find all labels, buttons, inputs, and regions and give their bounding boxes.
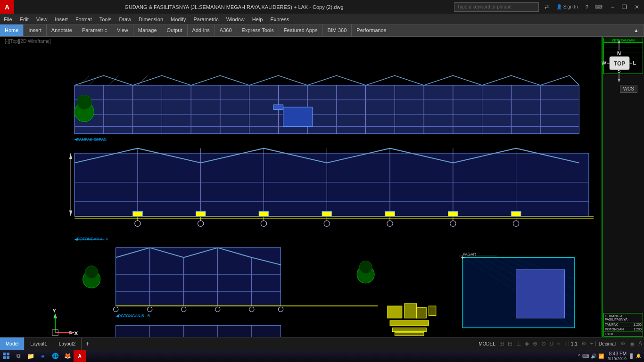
menu-parametric[interactable]: Parametric	[190, 14, 222, 24]
status-plus-icon[interactable]: +	[588, 340, 595, 347]
taskbar-autocad[interactable]: A	[74, 350, 86, 362]
user-icon: 👤	[556, 4, 562, 9]
title-search-box[interactable]: Type a keyword or phrase	[454, 2, 539, 12]
menu-insert[interactable]: Insert	[51, 14, 72, 24]
keyboard-icon[interactable]: ⌨	[593, 4, 604, 10]
clock-display[interactable]: 8:43 PM 9/19/2019	[606, 351, 628, 361]
status-dyn-icon[interactable]: D	[548, 341, 555, 346]
svg-rect-45	[74, 153, 589, 216]
menu-help[interactable]: Help	[248, 14, 267, 24]
status-snap-icon[interactable]: ⊞	[497, 340, 506, 347]
menu-view[interactable]: View	[33, 14, 51, 24]
tab-layout2[interactable]: Layout2	[53, 337, 82, 350]
title-block-name: GUDANG & FASILITASNYA	[604, 313, 643, 322]
add-layout-button[interactable]: +	[82, 337, 93, 350]
tab-parametric[interactable]: Parametric	[77, 25, 112, 36]
notification-bell[interactable]: 🔔	[636, 354, 641, 358]
status-ortho-icon[interactable]: ⊥	[514, 340, 523, 347]
status-lw-icon[interactable]: ≡	[555, 341, 562, 346]
exchange-icon[interactable]: ⇄	[543, 4, 551, 10]
tab-view[interactable]: View	[112, 25, 133, 36]
tab-manage[interactable]: Manage	[133, 25, 162, 36]
tab-annotate[interactable]: Annotate	[47, 25, 77, 36]
tab-a360[interactable]: A360	[215, 25, 237, 36]
tray-show-hidden[interactable]: ^	[578, 354, 580, 359]
menu-window[interactable]: Window	[223, 14, 248, 24]
tab-layout1[interactable]: Layout1	[25, 337, 53, 350]
svg-text:POTONGAN A - A: POTONGAN A - A	[77, 237, 108, 241]
svg-rect-58	[322, 211, 332, 216]
tab-add-ins[interactable]: Add-ins	[188, 25, 215, 36]
svg-rect-59	[385, 211, 395, 216]
tab-performance[interactable]: Performance	[352, 25, 391, 36]
tab-model[interactable]: Model	[0, 337, 25, 350]
svg-rect-120	[392, 328, 426, 331]
tab-insert[interactable]: Insert	[24, 25, 47, 36]
menu-dimension[interactable]: Dimension	[135, 14, 167, 24]
menu-modify[interactable]: Modify	[167, 14, 190, 24]
taskbar-chrome[interactable]: 🌐	[49, 350, 61, 362]
cad-drawing[interactable]: TAMPAK DEPAN	[0, 37, 644, 337]
tray-keyboard[interactable]: ⌨	[582, 354, 589, 359]
svg-rect-40	[273, 105, 283, 109]
minimize-button[interactable]: −	[608, 3, 617, 11]
tab-bim360[interactable]: BIM 360	[322, 25, 352, 36]
svg-rect-142	[3, 356, 6, 359]
status-trans-icon[interactable]: T	[562, 341, 569, 346]
title-block-box: GUDANG & FASILITASNYA TAMPAK 1:200 POTON…	[603, 313, 643, 337]
status-icons: MODEL ⊞ ⊟ ⊥ ◈ ⊕ ⊙ D ≡ T 1:1 ⚙ + Decimal …	[477, 337, 644, 350]
status-model-label[interactable]: MODEL	[477, 341, 497, 346]
menu-edit[interactable]: Edit	[16, 14, 33, 24]
windows-taskbar: ⧉ 📁 e 🌐 🦊 A ^ ⌨ 🔊 📶 8:43 PM 9/19/2019 ▋ …	[0, 350, 644, 362]
cad-canvas-area[interactable]: [-][Top][2D Wireframe] N S W E TOP	[0, 37, 644, 337]
status-view-icon[interactable]: ▣	[627, 340, 636, 347]
tray-network[interactable]: 📶	[598, 354, 604, 359]
svg-point-38	[77, 95, 91, 109]
window-title: GUDANG & FASILITASNYA (JL.SEMANAN MEGAH …	[14, 4, 454, 10]
status-decimal[interactable]: Decimal	[595, 341, 619, 346]
wcs-label[interactable]: WCS	[620, 85, 637, 93]
help-icon-button[interactable]: ?	[584, 4, 590, 10]
menu-draw[interactable]: Draw	[115, 14, 135, 24]
tab-output[interactable]: Output	[162, 25, 188, 36]
title-block-subtitle1: TAMPAK 1:200	[604, 322, 643, 327]
sign-in-button[interactable]: 👤 Sign In	[553, 4, 581, 9]
svg-rect-109	[516, 270, 565, 318]
close-button[interactable]: ✕	[632, 3, 642, 11]
status-grid-icon[interactable]: ⊟	[506, 340, 514, 347]
tray-volume[interactable]: 🔊	[591, 354, 596, 359]
svg-rect-141	[7, 353, 9, 355]
status-anno-icon[interactable]: A	[636, 340, 644, 347]
status-polar-icon[interactable]: ◈	[523, 340, 531, 347]
show-desktop[interactable]: ▋	[630, 354, 634, 359]
status-settings2-icon[interactable]: ⚙	[619, 340, 627, 347]
search-placeholder: Type a keyword or phrase	[457, 4, 512, 9]
restore-button[interactable]: ❐	[619, 3, 630, 11]
taskbar-firefox[interactable]: 🦊	[61, 350, 74, 362]
title-bar: A GUDANG & FASILITASNYA (JL.SEMANAN MEGA…	[0, 0, 644, 14]
svg-rect-61	[511, 211, 521, 216]
status-osnap-icon[interactable]: ⊙	[539, 340, 548, 347]
svg-marker-1	[618, 40, 620, 43]
taskbar-edge[interactable]: e	[37, 350, 49, 362]
svg-rect-140	[3, 353, 6, 355]
menu-express[interactable]: Express	[266, 14, 293, 24]
status-settings-icon[interactable]: ⚙	[579, 340, 588, 347]
nav-cube[interactable]: N S W E TOP	[599, 39, 639, 84]
taskbar-file-explorer[interactable]: 📁	[25, 350, 37, 362]
svg-rect-55	[133, 211, 143, 216]
status-scale[interactable]: 1:1	[569, 341, 579, 346]
tab-featured-apps[interactable]: Featured Apps	[279, 25, 323, 36]
tab-home[interactable]: Home	[0, 25, 24, 36]
menu-format[interactable]: Format	[72, 14, 96, 24]
start-button[interactable]	[0, 350, 12, 362]
status-snap2-icon[interactable]: ⊕	[531, 340, 539, 347]
menu-file[interactable]: File	[0, 14, 16, 24]
ribbon-minimize-arrow[interactable]: ▲	[629, 25, 644, 36]
svg-text:W: W	[602, 60, 607, 66]
tab-express-tools[interactable]: Express Tools	[237, 25, 279, 36]
menu-tools[interactable]: Tools	[96, 14, 116, 24]
svg-text:Y: Y	[53, 308, 56, 313]
svg-text:TAMPAK DEPAN: TAMPAK DEPAN	[77, 138, 107, 142]
task-view-button[interactable]: ⧉	[12, 350, 25, 362]
